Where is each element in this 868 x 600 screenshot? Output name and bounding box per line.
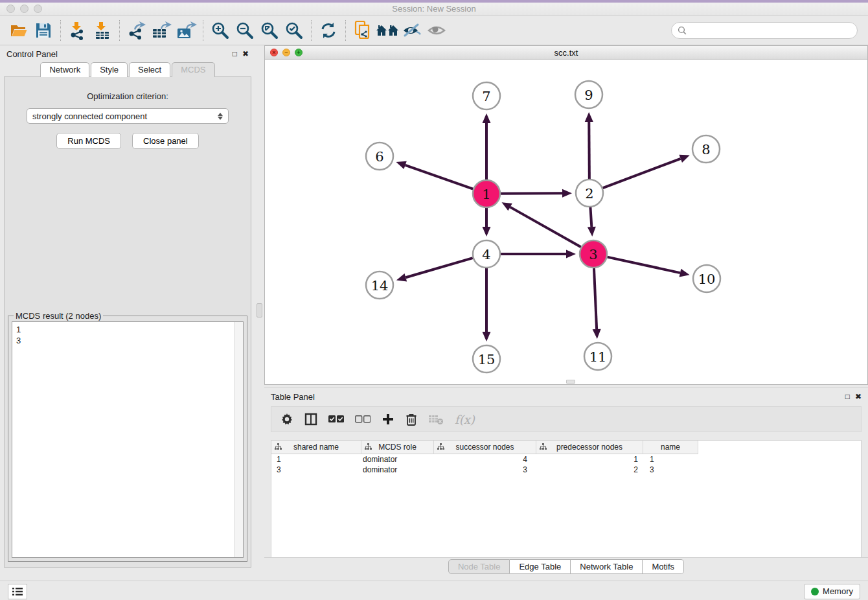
result-scrollbar[interactable] bbox=[234, 322, 243, 557]
column-header-mcds-role[interactable]: MCDS role bbox=[361, 441, 434, 454]
select-all-checkboxes-icon[interactable] bbox=[328, 415, 344, 424]
table-cell[interactable]: 3 bbox=[271, 465, 361, 475]
zoom-fit-icon bbox=[260, 21, 279, 40]
window-title: Session: New Session bbox=[392, 4, 475, 14]
search-input[interactable] bbox=[691, 25, 851, 35]
column-header-shared-name[interactable]: shared name bbox=[271, 441, 361, 454]
run-mcds-button[interactable]: Run MCDS bbox=[56, 133, 121, 149]
table-row[interactable]: 3dominator323 bbox=[271, 465, 861, 475]
hierarchy-icon bbox=[365, 443, 372, 452]
network-window-titlebar[interactable]: × − + scc.txt bbox=[265, 46, 867, 60]
refresh-button[interactable] bbox=[316, 18, 341, 43]
memory-button[interactable]: Memory bbox=[804, 584, 860, 599]
table-cell[interactable]: dominator bbox=[361, 454, 434, 465]
close-table-panel-icon[interactable]: ✖ bbox=[855, 393, 862, 400]
deselect-all-checkboxes-icon[interactable] bbox=[355, 415, 371, 424]
column-header-successor-nodes[interactable]: successor nodes bbox=[434, 441, 536, 454]
import-network-button[interactable] bbox=[65, 18, 90, 43]
open-session-button[interactable] bbox=[6, 18, 31, 43]
zoom-fit-button[interactable] bbox=[257, 18, 282, 43]
mcds-result-list[interactable]: 13 bbox=[12, 321, 244, 558]
selected-criterion: strongly connected component bbox=[32, 111, 218, 121]
tab-style[interactable]: Style bbox=[91, 62, 128, 77]
graph-edge-4-14[interactable] bbox=[405, 258, 473, 277]
network-close-button[interactable]: × bbox=[270, 49, 278, 56]
network-canvas[interactable]: 7968124314101511 bbox=[265, 60, 867, 384]
graph-edge-3-10[interactable] bbox=[607, 257, 680, 273]
save-session-button[interactable] bbox=[31, 18, 56, 43]
edge-arrowhead bbox=[396, 161, 406, 169]
table-cell[interactable]: 3 bbox=[643, 465, 698, 475]
maximize-window-button[interactable] bbox=[34, 5, 42, 13]
import-table-button[interactable] bbox=[90, 18, 115, 43]
hide-selected-button[interactable] bbox=[400, 18, 424, 43]
panel-splitter[interactable] bbox=[255, 45, 264, 581]
zoom-in-button[interactable] bbox=[208, 18, 233, 43]
graph-edge-2-9[interactable] bbox=[589, 122, 589, 179]
minimize-window-button[interactable] bbox=[20, 5, 29, 13]
mcds-result-item[interactable]: 3 bbox=[16, 335, 243, 346]
graph-node-label: 6 bbox=[375, 149, 383, 165]
table-row[interactable]: 1dominator411 bbox=[271, 454, 861, 465]
export-table-button[interactable] bbox=[149, 18, 174, 43]
network-minimize-button[interactable]: − bbox=[282, 49, 290, 56]
export-network-button[interactable] bbox=[124, 18, 149, 43]
main-toolbar bbox=[0, 16, 868, 45]
network-resize-grip[interactable] bbox=[566, 380, 575, 384]
column-panel-icon[interactable] bbox=[304, 413, 317, 426]
graph-edge-2-8[interactable] bbox=[603, 159, 681, 188]
first-neighbors-icon bbox=[375, 21, 400, 40]
select-stepper-icon bbox=[218, 113, 223, 120]
table-cell[interactable]: 2 bbox=[536, 465, 643, 475]
column-header-name[interactable]: name bbox=[643, 441, 698, 454]
graph-edge-1-2[interactable] bbox=[501, 193, 562, 194]
export-table-icon bbox=[150, 21, 172, 40]
graph-edge-3-11[interactable] bbox=[594, 268, 597, 329]
edge-arrowhead bbox=[680, 269, 690, 277]
close-window-button[interactable] bbox=[6, 5, 15, 13]
tab-motifs[interactable]: Motifs bbox=[643, 559, 684, 574]
add-column-icon[interactable] bbox=[382, 413, 394, 426]
zoom-selected-button[interactable] bbox=[282, 18, 306, 43]
show-all-button[interactable] bbox=[424, 18, 449, 43]
first-neighbors-button[interactable] bbox=[375, 18, 400, 43]
table-panel-title: Table Panel bbox=[271, 392, 315, 402]
network-window-title: scc.txt bbox=[554, 48, 578, 58]
network-maximize-button[interactable]: + bbox=[295, 49, 303, 56]
export-image-button[interactable] bbox=[174, 18, 198, 43]
graph-edge-1-6[interactable] bbox=[405, 165, 474, 189]
network-graph[interactable]: 7968124314101511 bbox=[265, 60, 867, 384]
new-network-from-selection-button[interactable] bbox=[350, 18, 375, 43]
float-table-panel-icon[interactable]: □ bbox=[845, 393, 850, 400]
close-panel-button[interactable]: Close panel bbox=[132, 133, 199, 149]
delete-column-icon[interactable] bbox=[405, 413, 417, 426]
table-cell[interactable]: 1 bbox=[271, 454, 361, 465]
table-cell[interactable]: dominator bbox=[361, 465, 434, 475]
table-cell[interactable]: 1 bbox=[536, 454, 643, 465]
tab-mcds[interactable]: MCDS bbox=[172, 62, 214, 77]
table-settings-gear-icon[interactable] bbox=[280, 413, 293, 426]
optimization-criterion-select[interactable]: strongly connected component bbox=[27, 108, 229, 124]
refresh-icon bbox=[319, 21, 338, 40]
tab-select[interactable]: Select bbox=[129, 62, 170, 77]
edge-arrowhead bbox=[483, 227, 491, 237]
table-cell[interactable]: 1 bbox=[643, 454, 698, 465]
table-cell[interactable]: 3 bbox=[434, 465, 536, 475]
task-history-button[interactable] bbox=[8, 584, 27, 599]
graph-edge-3-1[interactable] bbox=[510, 207, 581, 248]
tab-network[interactable]: Network bbox=[40, 62, 89, 77]
tab-node-table[interactable]: Node Table bbox=[448, 559, 510, 574]
tab-network-table[interactable]: Network Table bbox=[571, 559, 643, 574]
close-panel-icon[interactable]: ✖ bbox=[242, 50, 249, 58]
mcds-result-item[interactable]: 1 bbox=[16, 324, 243, 335]
search-field[interactable] bbox=[671, 22, 858, 39]
hierarchy-icon bbox=[437, 443, 444, 452]
graph-edge-2-3[interactable] bbox=[590, 207, 591, 227]
zoom-out-button[interactable] bbox=[233, 18, 257, 43]
list-icon bbox=[12, 587, 23, 596]
tab-edge-table[interactable]: Edge Table bbox=[510, 559, 571, 574]
column-header-predecessor-nodes[interactable]: predecessor nodes bbox=[536, 441, 643, 454]
table-cell[interactable]: 4 bbox=[434, 454, 536, 465]
splitter-grip[interactable] bbox=[257, 303, 262, 317]
float-panel-icon[interactable]: □ bbox=[233, 50, 237, 58]
